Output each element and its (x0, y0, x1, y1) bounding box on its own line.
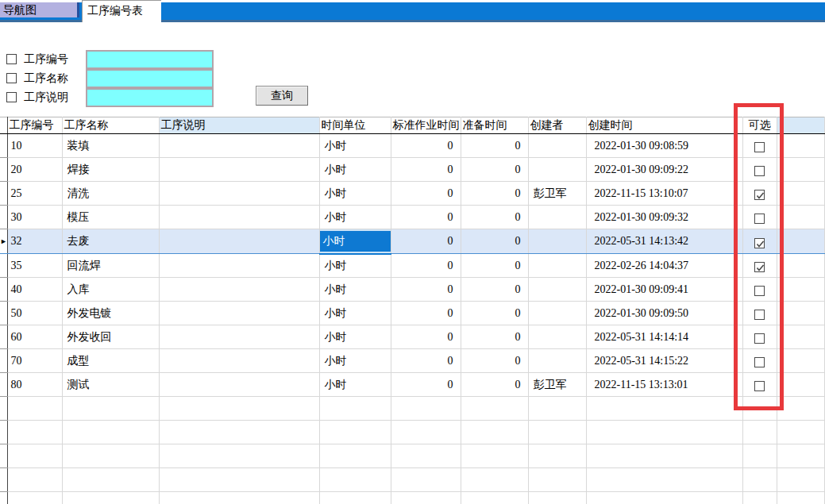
cell-std_time[interactable]: 0 (391, 302, 461, 325)
row-selector[interactable] (0, 158, 7, 182)
cell-creator[interactable]: 彭卫军 (528, 182, 586, 206)
cell-created[interactable]: 2022-01-30 09:09:41 (586, 278, 742, 302)
cell-name[interactable]: 装填 (62, 134, 159, 158)
cell-creator[interactable] (528, 325, 586, 349)
tab-navigation-map[interactable]: 导航图 (0, 2, 79, 17)
cell-name[interactable]: 外发电镀 (62, 302, 159, 325)
cell-std_time[interactable]: 0 (391, 206, 461, 229)
cell-desc[interactable] (159, 325, 319, 349)
column-header-std_time[interactable]: 标准作业时间 (391, 117, 461, 134)
cell-prep_time[interactable]: 0 (461, 325, 528, 349)
column-header-blank[interactable] (777, 117, 825, 134)
cell-prep_time[interactable]: 0 (461, 302, 528, 325)
cell-prep_time[interactable]: 0 (461, 134, 528, 158)
cell-optional[interactable] (742, 134, 777, 158)
cell-optional[interactable] (742, 325, 777, 349)
row-selector[interactable]: ► (0, 229, 7, 254)
cell-optional[interactable] (742, 278, 777, 302)
cell-optional[interactable] (742, 349, 777, 373)
cell-desc[interactable] (159, 158, 319, 182)
row-checkbox[interactable] (754, 357, 765, 367)
cell-unit[interactable]: 小时 (319, 325, 391, 349)
column-header-code[interactable]: 工序编号 (7, 117, 62, 134)
cell-name[interactable]: 回流焊 (62, 254, 159, 278)
cell-desc[interactable] (159, 134, 319, 158)
cell-prep_time[interactable]: 0 (461, 254, 528, 278)
cell-desc[interactable] (159, 229, 319, 254)
cell-created[interactable]: 2022-01-30 09:09:32 (586, 206, 742, 229)
cell-std_time[interactable]: 0 (391, 229, 461, 254)
cell-std_time[interactable]: 0 (391, 373, 461, 397)
cell-prep_time[interactable]: 0 (461, 373, 528, 397)
process-code-checkbox[interactable] (6, 54, 17, 64)
cell-desc[interactable] (159, 278, 319, 302)
cell-created[interactable]: 2022-01-30 09:09:50 (586, 302, 742, 325)
cell-creator[interactable] (528, 229, 586, 254)
cell-name[interactable]: 模压 (62, 206, 159, 229)
cell-optional[interactable] (742, 158, 777, 182)
cell-name[interactable]: 外发收回 (62, 325, 159, 349)
cell-prep_time[interactable]: 0 (461, 349, 528, 373)
cell-optional[interactable] (742, 182, 777, 206)
tab-process-number-table[interactable]: 工序编号表 (82, 0, 161, 22)
column-header-name[interactable]: 工序名称 (62, 117, 159, 134)
row-checkbox[interactable] (754, 381, 765, 391)
row-checkbox[interactable] (754, 166, 765, 176)
cell-desc[interactable] (159, 373, 319, 397)
cell-created[interactable]: 2022-05-31 14:15:22 (586, 349, 742, 373)
cell-unit[interactable]: 小时 (319, 278, 391, 302)
cell-created[interactable]: 2022-11-15 13:10:07 (586, 182, 742, 206)
row-checkbox[interactable] (754, 142, 765, 152)
row-selector[interactable] (0, 278, 7, 302)
column-header-prep_time[interactable]: 准备时间 (461, 117, 528, 134)
cell-code[interactable]: 25 (7, 182, 62, 206)
row-selector[interactable] (0, 134, 7, 158)
process-desc-checkbox[interactable] (6, 92, 17, 102)
column-header-created[interactable]: 创建时间 (586, 117, 742, 134)
cell-optional[interactable] (742, 254, 777, 278)
cell-unit[interactable]: 小时 (319, 373, 391, 397)
row-checkbox[interactable] (754, 190, 765, 200)
cell-unit[interactable]: 小时 (319, 349, 391, 373)
cell-prep_time[interactable]: 0 (461, 229, 528, 254)
column-header-desc[interactable]: 工序说明 (159, 117, 319, 134)
cell-created[interactable]: 2022-01-30 09:09:22 (586, 158, 742, 182)
cell-desc[interactable] (159, 206, 319, 229)
cell-creator[interactable] (528, 349, 586, 373)
cell-creator[interactable] (528, 278, 586, 302)
cell-std_time[interactable]: 0 (391, 134, 461, 158)
row-checkbox[interactable] (754, 310, 765, 320)
row-checkbox[interactable] (754, 286, 765, 296)
editing-cell[interactable]: 小时 (319, 229, 391, 254)
cell-std_time[interactable]: 0 (391, 158, 461, 182)
row-selector[interactable] (0, 302, 7, 325)
cell-std_time[interactable]: 0 (391, 254, 461, 278)
cell-name[interactable]: 测试 (62, 373, 159, 397)
row-checkbox[interactable] (754, 214, 765, 224)
cell-created[interactable]: 2022-05-31 14:14:14 (586, 325, 742, 349)
row-selector[interactable] (0, 254, 7, 278)
cell-code[interactable]: 32 (7, 229, 62, 254)
cell-created[interactable]: 2022-01-30 09:08:59 (586, 134, 742, 158)
cell-prep_time[interactable]: 0 (461, 278, 528, 302)
cell-creator[interactable] (528, 254, 586, 278)
process-desc-input[interactable] (86, 88, 214, 107)
cell-code[interactable]: 30 (7, 206, 62, 229)
query-button[interactable]: 查询 (256, 86, 308, 106)
row-selector-header[interactable] (0, 117, 7, 134)
process-name-input[interactable] (86, 69, 214, 88)
cell-creator[interactable] (528, 302, 586, 325)
cell-unit[interactable]: 小时 (319, 302, 391, 325)
cell-prep_time[interactable]: 0 (461, 158, 528, 182)
cell-optional[interactable] (742, 373, 777, 397)
cell-code[interactable]: 70 (7, 349, 62, 373)
cell-desc[interactable] (159, 182, 319, 206)
cell-code[interactable]: 35 (7, 254, 62, 278)
cell-name[interactable]: 入库 (62, 278, 159, 302)
cell-optional[interactable] (742, 229, 777, 254)
cell-creator[interactable]: 彭卫军 (528, 373, 586, 397)
cell-optional[interactable] (742, 302, 777, 325)
cell-std_time[interactable]: 0 (391, 278, 461, 302)
cell-unit[interactable]: 小时 (319, 158, 391, 182)
row-checkbox[interactable] (754, 238, 765, 248)
